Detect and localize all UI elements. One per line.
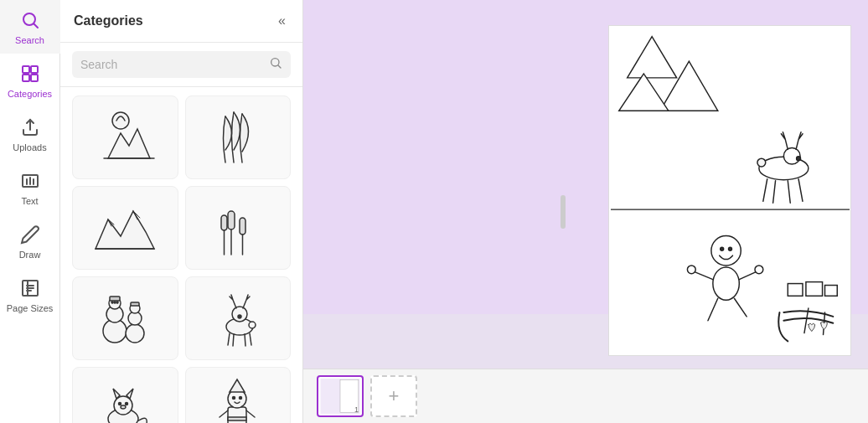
grid-item-fox[interactable]: [72, 367, 178, 423]
svg-point-41: [238, 315, 241, 318]
svg-line-38: [233, 334, 234, 346]
grid-item-mountains[interactable]: [72, 186, 178, 270]
draw-icon: [18, 223, 42, 246]
svg-rect-54: [228, 417, 246, 420]
search-input[interactable]: [80, 58, 262, 71]
svg-rect-97: [788, 283, 803, 296]
svg-point-56: [239, 397, 241, 400]
upload-icon: [18, 116, 42, 139]
svg-line-83: [788, 180, 790, 203]
sidebar-item-text[interactable]: Text: [0, 161, 60, 214]
svg-line-91: [707, 298, 717, 321]
search-icon: [18, 8, 42, 32]
svg-point-45: [119, 403, 121, 405]
svg-line-82: [772, 180, 775, 203]
bottom-panel: 1 +: [303, 369, 868, 423]
svg-rect-22: [221, 215, 227, 230]
sidebar-page-sizes-label: Page Sizes: [7, 303, 54, 313]
coloring-page: [608, 25, 851, 356]
svg-rect-27: [110, 297, 120, 301]
add-page-button[interactable]: +: [370, 375, 417, 417]
svg-point-55: [232, 397, 235, 400]
svg-rect-4: [23, 75, 29, 81]
svg-rect-18: [228, 211, 235, 230]
thumbnail-1[interactable]: 1: [317, 375, 364, 417]
sidebar-item-categories[interactable]: Categories: [0, 54, 60, 107]
grid-item-volcano[interactable]: [72, 95, 178, 179]
svg-rect-5: [31, 75, 38, 81]
thumbnail-number: 1: [354, 405, 359, 414]
svg-line-39: [245, 334, 245, 346]
svg-rect-99: [824, 285, 837, 296]
svg-point-96: [754, 265, 762, 273]
svg-rect-3: [31, 66, 38, 73]
grid-item-feathers[interactable]: [185, 95, 292, 179]
grid-item-cattails[interactable]: [185, 186, 292, 270]
svg-point-42: [249, 322, 256, 328]
svg-line-15: [278, 65, 281, 68]
grid-icon: [18, 62, 42, 85]
svg-line-58: [246, 410, 255, 417]
svg-point-86: [757, 158, 765, 167]
svg-point-16: [112, 112, 129, 129]
page-sizes-icon: [18, 276, 42, 300]
sidebar-item-uploads[interactable]: Uploads: [0, 107, 60, 161]
canvas-area: 1 +: [303, 0, 868, 423]
sidebar-text-label: Text: [21, 196, 38, 206]
svg-line-37: [228, 333, 230, 345]
search-box: [72, 51, 291, 78]
svg-rect-2: [23, 66, 29, 73]
svg-point-87: [710, 235, 740, 265]
svg-point-93: [720, 247, 723, 250]
panel-title: Categories: [74, 13, 143, 28]
search-container: [60, 43, 302, 87]
svg-line-57: [220, 410, 228, 417]
images-grid: [60, 87, 302, 423]
svg-point-95: [687, 265, 695, 273]
svg-point-88: [712, 266, 738, 299]
grid-item-elf[interactable]: [185, 367, 292, 423]
collapse-button[interactable]: «: [275, 10, 289, 32]
sidebar-item-page-sizes[interactable]: Page Sizes: [0, 268, 60, 322]
svg-point-31: [126, 324, 144, 343]
search-submit-icon[interactable]: [269, 56, 282, 73]
svg-point-47: [121, 405, 126, 409]
svg-line-89: [693, 271, 713, 279]
svg-point-28: [111, 302, 113, 303]
sidebar-categories-label: Categories: [8, 89, 52, 99]
sidebar: Search Categories Uploads: [0, 0, 60, 423]
svg-rect-98: [805, 281, 822, 296]
text-icon: [18, 169, 42, 193]
canvas-content: [303, 0, 868, 369]
svg-line-40: [250, 333, 251, 345]
categories-panel: Categories «: [60, 0, 303, 423]
sidebar-item-draw[interactable]: Draw: [0, 214, 60, 268]
panel-header: Categories «: [60, 0, 302, 43]
sidebar-uploads-label: Uploads: [13, 142, 46, 152]
sidebar-draw-label: Draw: [19, 250, 41, 260]
svg-line-92: [734, 298, 747, 317]
svg-line-1: [34, 24, 38, 28]
svg-rect-34: [131, 302, 139, 306]
svg-line-90: [739, 271, 757, 279]
sidebar-search-label: Search: [15, 35, 44, 45]
svg-point-94: [728, 247, 731, 250]
svg-point-85: [796, 156, 800, 160]
svg-point-29: [114, 302, 116, 303]
svg-point-36: [232, 307, 247, 322]
svg-line-81: [762, 178, 767, 201]
svg-rect-20: [240, 218, 245, 235]
grid-item-snowmen[interactable]: [72, 276, 178, 360]
svg-point-46: [126, 403, 128, 405]
sidebar-item-search[interactable]: Search: [0, 0, 60, 54]
svg-line-84: [798, 178, 803, 201]
scroll-handle[interactable]: [561, 195, 566, 229]
svg-point-30: [116, 302, 118, 303]
grid-item-deer[interactable]: [185, 276, 292, 360]
svg-point-79: [758, 157, 808, 180]
